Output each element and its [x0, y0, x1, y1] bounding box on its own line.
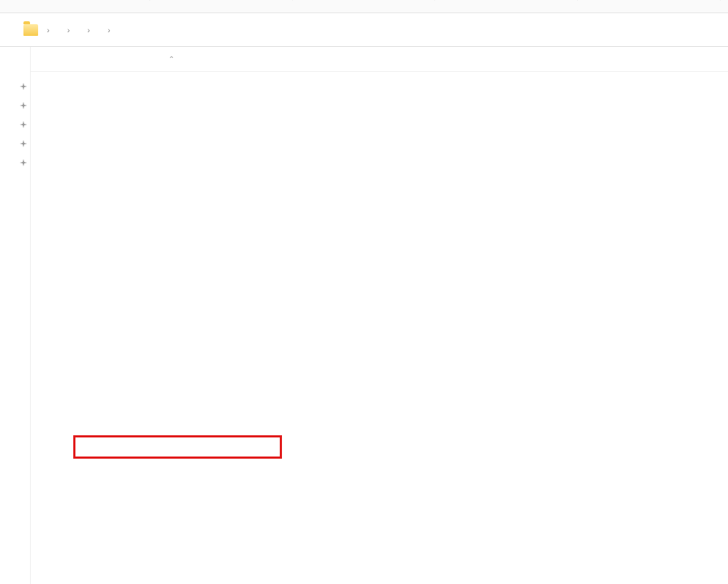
sidebar-item[interactable]: [0, 237, 30, 249]
sidebar-item[interactable]: [0, 217, 30, 229]
nav-up-button[interactable]: [6, 27, 15, 33]
breadcrumb[interactable]: › › › ›: [42, 26, 122, 34]
sidebar-item-drive-c[interactable]: [0, 440, 30, 451]
pin-icon: [20, 139, 27, 147]
pin-icon: [20, 120, 27, 127]
file-list: [31, 72, 728, 75]
ribbon-section-select: [578, 0, 721, 1]
column-header-name[interactable]: ⌃: [51, 55, 365, 63]
address-bar: › › › ›: [0, 13, 728, 47]
main-area: ⌃: [0, 47, 728, 584]
sidebar-item[interactable]: [0, 185, 30, 196]
breadcrumb-item[interactable]: [75, 29, 81, 32]
pin-icon: [20, 158, 27, 166]
sidebar-item[interactable]: [0, 114, 30, 133]
sidebar-item[interactable]: [0, 152, 30, 171]
chevron-right-icon: ›: [83, 26, 94, 34]
ribbon-section-open: [435, 0, 578, 1]
file-pane: ⌃: [31, 47, 728, 584]
sidebar-item-drive-d[interactable]: [0, 451, 30, 463]
folder-icon: [23, 24, 38, 36]
ribbon-section-organize: [150, 0, 293, 1]
column-headers: ⌃: [31, 47, 728, 72]
sort-indicator-icon: ⌃: [168, 55, 174, 63]
breadcrumb-item[interactable]: [96, 29, 102, 32]
sidebar-item[interactable]: [0, 95, 30, 114]
annotation-highlight-box: [73, 435, 282, 459]
chevron-right-icon: ›: [42, 26, 54, 34]
pin-icon: [20, 82, 27, 89]
sidebar-item[interactable]: [0, 76, 30, 95]
ribbon-section-clipboard: [7, 0, 150, 1]
ribbon-labels: [0, 0, 728, 13]
pin-icon: [20, 101, 27, 108]
breadcrumb-item[interactable]: [116, 29, 122, 32]
ribbon-section-new: [293, 0, 436, 1]
chevron-right-icon: ›: [103, 26, 115, 34]
breadcrumb-item[interactable]: [56, 29, 62, 32]
chevron-right-icon: ›: [63, 26, 75, 34]
nav-sidebar: [0, 47, 31, 584]
sidebar-item[interactable]: [0, 133, 30, 152]
